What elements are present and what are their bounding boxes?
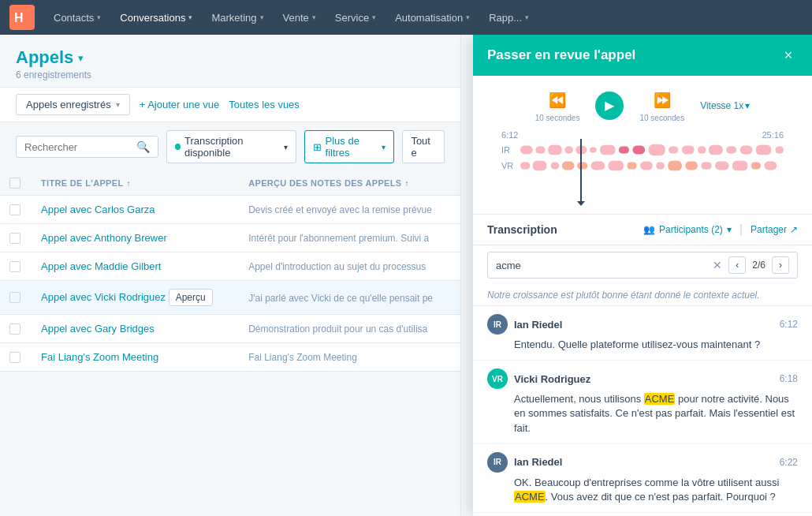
sort-icon[interactable]: ↑ — [126, 179, 130, 188]
select-all-checkbox[interactable] — [9, 178, 20, 189]
note-preview: Intérêt pour l'abonnement premium. Suivi… — [248, 233, 429, 244]
svg-rect-22 — [551, 163, 560, 170]
chevron-down-icon: ▾ — [97, 13, 101, 21]
transcript-header: Transcription 👥 Participants (2) ▾ | Par… — [473, 215, 812, 245]
transcript-section: Transcription 👥 Participants (2) ▾ | Par… — [473, 215, 812, 516]
participants-button[interactable]: 👥 Participants (2) ▾ — [643, 224, 732, 235]
search-icon[interactable]: 🔍 — [136, 140, 150, 153]
share-button[interactable]: Partager ↗ — [751, 224, 798, 235]
acme-highlight: ACME — [644, 393, 676, 405]
nav-contacts[interactable]: Contacts ▾ — [44, 0, 110, 35]
hubspot-logo[interactable]: H — [9, 5, 35, 30]
message-header: IR Ian Riedel 6:22 — [487, 452, 798, 473]
message-author: IR Ian Riedel — [487, 314, 562, 335]
svg-rect-10 — [632, 146, 645, 155]
page-title: Appels — [16, 47, 73, 68]
svg-rect-13 — [682, 146, 695, 155]
message-item: VR Vicki Rodriguez 6:18 Actuellement, no… — [473, 361, 812, 444]
waveform-vr-label: VR — [501, 161, 517, 170]
transcript-search-input[interactable] — [496, 260, 706, 271]
call-link[interactable]: Appel avec Vicki Rodriguez — [41, 291, 166, 303]
views-tab-active[interactable]: Appels enregistrés ▾ — [16, 94, 130, 115]
skip-forward-button[interactable]: ⏩ 10 secondes — [639, 88, 684, 122]
call-link[interactable]: Appel avec Gary Bridges — [41, 323, 155, 335]
page-title-chevron-icon[interactable]: ▾ — [78, 52, 84, 64]
svg-rect-34 — [732, 161, 747, 171]
nav-automatisation[interactable]: Automatisation ▾ — [386, 0, 479, 35]
message-item: VR Vicki Rodriguez 6:26 Il y a beaucoup … — [473, 513, 812, 516]
chevron-down-icon: ▾ — [466, 13, 470, 21]
row-checkbox[interactable] — [9, 233, 20, 244]
note-preview: J'ai parlé avec Vicki de ce qu'elle pens… — [248, 293, 433, 304]
add-view-button[interactable]: + Ajouter une vue — [140, 99, 220, 110]
divider: | — [739, 222, 743, 237]
transcription-filter-button[interactable]: Transcription disponible ▾ — [166, 130, 296, 163]
row-checkbox-cell[interactable] — [0, 224, 32, 252]
chevron-down-icon: ▾ — [284, 143, 288, 151]
skip-back-icon: ⏪ — [546, 88, 569, 112]
svg-rect-17 — [740, 146, 753, 155]
svg-rect-29 — [656, 163, 665, 170]
chevron-down-icon: ▾ — [525, 13, 529, 21]
more-filters-button[interactable]: ⊞ Plus de filtres ▾ — [304, 130, 395, 163]
row-checkbox[interactable] — [9, 261, 20, 272]
call-link[interactable]: Fai Liang's Zoom Meeting — [41, 351, 158, 363]
nav-vente[interactable]: Vente ▾ — [274, 0, 326, 35]
transcript-messages: IR Ian Riedel 6:12 Entendu. Quelle plate… — [473, 306, 812, 516]
skip-back-button[interactable]: ⏪ 10 secondes — [535, 88, 580, 122]
note-preview: Appel d'introduction au sujet du process… — [248, 261, 426, 272]
row-checkbox[interactable] — [9, 323, 20, 335]
row-checkbox-cell[interactable] — [0, 343, 32, 372]
call-link[interactable]: Appel avec Maddie Gilbert — [41, 260, 161, 272]
svg-rect-19 — [775, 147, 784, 154]
speed-control[interactable]: Vitesse 1x ▾ — [700, 100, 750, 111]
row-checkbox[interactable] — [9, 352, 20, 363]
close-button[interactable]: × — [779, 46, 798, 65]
chevron-down-icon: ▾ — [260, 13, 264, 21]
waveform-ir-label: IR — [501, 145, 517, 155]
play-button[interactable]: ▶ — [595, 92, 624, 120]
next-result-button[interactable]: › — [772, 256, 789, 274]
row-checkbox[interactable] — [9, 204, 20, 215]
row-checkbox-cell[interactable] — [0, 196, 32, 224]
calls-table: TITRE DE L'APPEL ↑ APERÇU DES NOTES DES … — [0, 171, 460, 372]
page-header: Appels ▾ 6 enregistrements — [0, 35, 460, 87]
transcript-title: Transcription — [487, 223, 557, 236]
clear-search-button[interactable]: ✕ — [713, 259, 722, 271]
all-filter-button[interactable]: Tout e — [402, 130, 445, 163]
row-checkbox[interactable] — [9, 292, 20, 303]
chevron-down-icon: ▾ — [382, 143, 386, 151]
row-checkbox-cell[interactable] — [0, 252, 32, 281]
top-navigation: H Contacts ▾ Conversations ▾ Marketing ▾… — [0, 0, 812, 35]
svg-rect-4 — [548, 145, 562, 155]
avatar: IR — [487, 314, 508, 335]
main-content: Appels ▾ 6 enregistrements Appels enregi… — [0, 35, 812, 516]
nav-service[interactable]: Service ▾ — [326, 0, 386, 35]
previous-result-button[interactable]: ‹ — [728, 256, 746, 274]
svg-rect-21 — [533, 161, 547, 171]
svg-rect-16 — [726, 147, 736, 154]
avatar: VR — [487, 368, 508, 389]
call-link[interactable]: Appel avec Carlos Garza — [41, 204, 155, 215]
filter-icon: ⊞ — [313, 141, 322, 153]
select-all-header[interactable] — [0, 171, 32, 196]
waveform-section: 6:12 25:16 IR — [487, 130, 798, 208]
message-time: 6:12 — [780, 319, 798, 330]
nav-marketing[interactable]: Marketing ▾ — [202, 0, 273, 35]
search-input[interactable] — [24, 141, 130, 153]
audio-section: ⏪ 10 secondes ▶ ⏩ 10 secondes Vitesse 1x… — [473, 76, 812, 215]
call-link[interactable]: Appel avec Anthony Brewer — [41, 232, 167, 244]
all-views-button[interactable]: Toutes les vues — [229, 99, 300, 110]
svg-rect-8 — [600, 145, 615, 155]
nav-conversations[interactable]: Conversations ▾ — [110, 0, 202, 35]
table-row: Appel avec Carlos Garza Devis créé et en… — [0, 196, 460, 224]
waveform-container[interactable]: IR — [501, 143, 784, 198]
nav-rapports[interactable]: Rapp... ▾ — [479, 0, 538, 35]
skip-forward-icon: ⏩ — [650, 88, 674, 112]
svg-rect-27 — [627, 163, 636, 170]
apercu-button[interactable]: Aperçu — [169, 289, 213, 306]
svg-rect-31 — [685, 162, 698, 170]
row-checkbox-cell[interactable] — [0, 315, 32, 343]
chevron-down-icon: ▾ — [312, 13, 316, 21]
row-checkbox-cell[interactable] — [0, 281, 32, 315]
